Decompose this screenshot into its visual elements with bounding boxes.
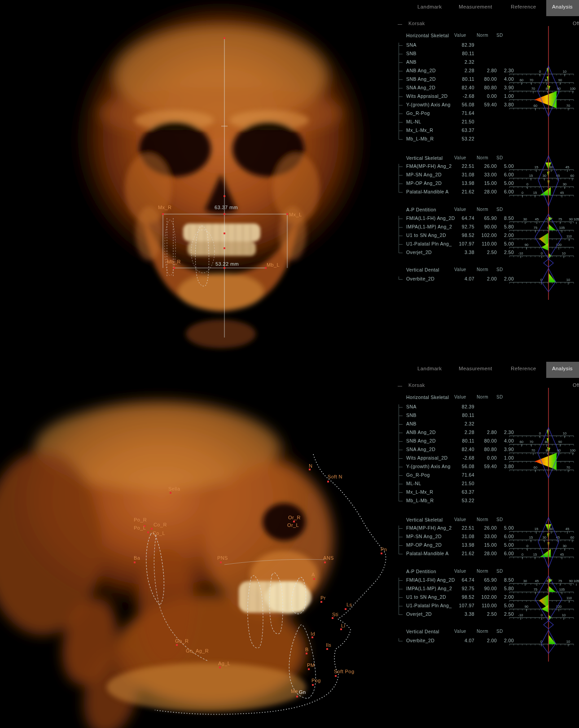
tree-dash (399, 79, 403, 80)
section-title: Vertical Skeletal (406, 155, 443, 161)
frontal-landmark-label: Mx_R (158, 205, 171, 210)
measurement-value: 71.64 (449, 472, 474, 478)
measurement-norm: 28.00 (476, 189, 497, 194)
measurement-value: 13.98 (449, 542, 474, 548)
measurement-sd: 2.00 (495, 638, 514, 643)
tree-dash (399, 88, 403, 88)
tab-analysis-bottom[interactable]: Analysis (552, 366, 573, 371)
tree-dash (399, 475, 403, 476)
lateral-landmark-label: Or_R (288, 515, 301, 520)
measurement-value: 21.50 (449, 481, 474, 486)
frontal-measurement-label: 53.22 mm (215, 261, 239, 267)
measurement-value: -2.68 (449, 93, 474, 99)
section-title: A-P Dentition (406, 207, 436, 212)
measurement-sd: 6.00 (495, 172, 514, 177)
lateral-landmark-label: Po_L (134, 525, 146, 531)
lateral-landmark-label: N (309, 463, 312, 469)
column-header: Value (454, 517, 466, 522)
measurement-sd: 8.50 (495, 215, 514, 221)
tree-dash (399, 244, 403, 245)
tab-landmark-bottom[interactable]: Landmark (417, 366, 442, 371)
measurement-sd: 3.80 (495, 464, 514, 469)
section-title: Vertical Dental (406, 629, 439, 634)
measurement-sd: 5.00 (495, 241, 514, 246)
column-header: Value (454, 33, 466, 38)
lateral-landmark-label: B (305, 647, 309, 652)
tab-reference-top[interactable]: Reference (511, 4, 536, 9)
measurement-norm: 59.40 (476, 102, 497, 107)
tree-connector (399, 164, 399, 192)
tree-connector (399, 216, 399, 253)
lateral-landmark-label: Sella (168, 486, 180, 491)
measurement-norm: 2.80 (476, 430, 497, 435)
measurement-value: 71.64 (449, 110, 474, 116)
analysis-off-toggle-top[interactable]: Off (573, 21, 579, 26)
tree-dash (399, 54, 403, 54)
measurement-value: 31.08 (449, 172, 474, 177)
column-header: Value (454, 207, 466, 212)
tree-dash (399, 641, 403, 641)
measurement-norm: 2.80 (476, 68, 497, 73)
measurement-norm: 102.00 (476, 594, 497, 600)
tree-dash (399, 175, 403, 175)
measurement-sd: 6.00 (495, 534, 514, 539)
lateral-landmark-label: Pn (381, 547, 387, 552)
lateral-landmark-label: PM (307, 662, 315, 668)
measurement-norm: 2.00 (476, 638, 497, 643)
tab-measurement-top[interactable]: Measurement (459, 4, 492, 9)
analysis-off-toggle-bottom[interactable]: Off (573, 382, 579, 388)
tree-dash (399, 441, 403, 442)
frontal-landmark-label: Mb_R (167, 259, 181, 264)
tab-reference-bottom[interactable]: Reference (511, 366, 536, 371)
measurement-norm: 80.00 (476, 76, 497, 82)
lateral-landmark-label: Pog (311, 678, 321, 683)
tree-dash (399, 492, 403, 493)
measurement-value: 56.08 (449, 102, 474, 107)
tree-dash (399, 253, 403, 253)
measurement-value: 4.07 (449, 638, 474, 643)
ceph-analysis-app: { "analysis_panel": { "tabs": [ {"label"… (0, 0, 579, 728)
tree-collapse-toggle-top[interactable]: — (398, 22, 402, 26)
measurement-sd: 2.00 (495, 276, 514, 281)
tree-dash (399, 545, 403, 546)
tree-dash (399, 192, 403, 193)
measurement-sd: 5.80 (495, 224, 514, 229)
measurement-sd: 3.90 (495, 447, 514, 452)
measurement-value: 22.51 (449, 163, 474, 169)
column-header: Value (454, 395, 466, 399)
measurement-value: 98.52 (449, 594, 474, 600)
lateral-landmark-label: Po_R (134, 517, 147, 522)
measurement-value: 63.37 (449, 127, 474, 133)
tab-measurement-bottom[interactable]: Measurement (459, 366, 492, 371)
measurement-norm: 65.90 (476, 577, 497, 583)
measurement-value: 80.11 (449, 438, 474, 443)
lateral-landmark-label: Soft Pog (334, 669, 354, 674)
measurement-value: 82.39 (449, 404, 474, 409)
tab-landmark-top[interactable]: Landmark (417, 4, 442, 9)
tab-analysis-top[interactable]: Analysis (552, 4, 573, 9)
analysis-tree-root-top[interactable]: Korsak (408, 21, 425, 26)
measurement-norm: 110.00 (476, 603, 497, 608)
lateral-landmark-label: Gn (299, 689, 306, 695)
measurement-value: 63.37 (449, 489, 474, 495)
tree-connector (399, 43, 399, 139)
tree-dash (399, 528, 403, 529)
tree-dash (399, 554, 403, 554)
measurement-norm: 26.00 (476, 163, 497, 169)
measurement-norm: 15.00 (476, 180, 497, 186)
section-title: A-P Dentition (406, 569, 436, 574)
tree-collapse-toggle-bottom[interactable]: — (398, 383, 402, 388)
measurement-norm: 65.90 (476, 215, 497, 221)
measurement-sd: 3.80 (495, 102, 514, 107)
measurement-sd: 2.30 (495, 68, 514, 73)
measurement-value: 4.07 (449, 276, 474, 281)
measurement-norm: 26.00 (476, 525, 497, 531)
lateral-landmark-label: Id (311, 631, 315, 636)
tree-dash (399, 537, 403, 537)
measurement-sd: 4.00 (495, 438, 514, 443)
measurement-sd: 2.50 (495, 611, 514, 617)
tree-dash (399, 467, 403, 467)
column-header: SD (496, 155, 503, 160)
measurement-value: 53.22 (449, 498, 474, 503)
analysis-tree-root-bottom[interactable]: Korsak (408, 382, 425, 388)
